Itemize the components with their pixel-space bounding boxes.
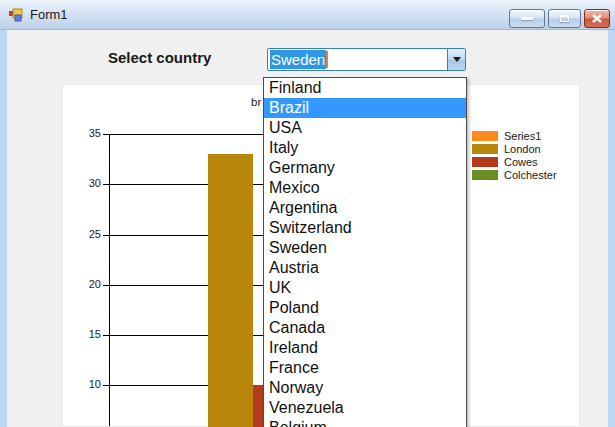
window-title: Form1: [30, 0, 68, 30]
y-tick-15: [103, 335, 110, 336]
close-button[interactable]: [584, 9, 610, 28]
list-item-poland[interactable]: Poland: [264, 298, 466, 318]
y-tick-label: 20: [75, 278, 101, 290]
list-item-uk[interactable]: UK: [264, 278, 466, 298]
combobox-value-area[interactable]: Sweden: [268, 49, 447, 70]
legend-row-cowes: Cowes: [472, 155, 557, 168]
y-tick-30: [103, 184, 110, 185]
country-dropdown-list: FinlandBrazilUSAItalyGermanyMexicoArgent…: [263, 77, 467, 427]
list-item-usa[interactable]: USA: [264, 118, 466, 138]
legend-label: Colchester: [504, 169, 557, 181]
y-axis-line: [109, 134, 110, 426]
legend-row-series1: Series1: [472, 129, 557, 142]
legend-label: Cowes: [504, 156, 538, 168]
y-tick-25: [103, 235, 110, 236]
titlebar: Form1: [0, 0, 615, 30]
list-item-sweden[interactable]: Sweden: [264, 238, 466, 258]
y-tick-label: 35: [75, 127, 101, 139]
combobox-dropdown-button[interactable]: [447, 49, 465, 70]
form1-window: Form1 br Series1LondonCowesColchester 35…: [0, 0, 615, 427]
list-item-mexico[interactable]: Mexico: [264, 178, 466, 198]
app-icon: [8, 7, 24, 23]
legend-swatch: [472, 144, 498, 154]
y-tick-label: 15: [75, 328, 101, 340]
chart-title: br: [251, 96, 261, 108]
list-item-switzerland[interactable]: Switzerland: [264, 218, 466, 238]
form-border-right: [608, 30, 615, 427]
list-item-finland[interactable]: Finland: [264, 78, 466, 98]
chart-legend: Series1LondonCowesColchester: [472, 129, 557, 181]
bar-london: [208, 154, 253, 427]
chevron-down-icon: [453, 57, 461, 62]
window-controls: [509, 9, 610, 28]
legend-swatch: [472, 157, 498, 167]
list-item-norway[interactable]: Norway: [264, 378, 466, 398]
list-item-italy[interactable]: Italy: [264, 138, 466, 158]
list-item-germany[interactable]: Germany: [264, 158, 466, 178]
list-item-france[interactable]: France: [264, 358, 466, 378]
combobox-selected-value: Sweden: [270, 50, 326, 69]
legend-swatch: [472, 131, 498, 141]
text-caret: [326, 51, 328, 68]
legend-row-colchester: Colchester: [472, 168, 557, 181]
legend-label: London: [504, 143, 541, 155]
list-item-venezuela[interactable]: Venezuela: [264, 398, 466, 418]
list-item-austria[interactable]: Austria: [264, 258, 466, 278]
y-tick-label: 25: [75, 228, 101, 240]
close-icon: [592, 14, 602, 23]
y-tick-label: 10: [75, 378, 101, 390]
minimize-button[interactable]: [509, 9, 545, 28]
maximize-icon: [560, 15, 569, 22]
minimize-icon: [521, 17, 533, 20]
country-combobox[interactable]: Sweden: [267, 48, 466, 71]
form-border-left: [0, 30, 7, 427]
legend-swatch: [472, 170, 498, 180]
select-country-label: Select country: [108, 49, 211, 66]
y-tick-label: 30: [75, 177, 101, 189]
list-item-argentina[interactable]: Argentina: [264, 198, 466, 218]
legend-row-london: London: [472, 142, 557, 155]
legend-label: Series1: [504, 130, 541, 142]
y-tick-20: [103, 285, 110, 286]
list-item-brazil[interactable]: Brazil: [264, 98, 466, 118]
list-item-belgium[interactable]: Belgium: [264, 418, 466, 427]
y-tick-10: [103, 385, 110, 386]
list-item-canada[interactable]: Canada: [264, 318, 466, 338]
list-item-ireland[interactable]: Ireland: [264, 338, 466, 358]
y-tick-35: [103, 134, 110, 135]
maximize-button[interactable]: [548, 9, 581, 28]
